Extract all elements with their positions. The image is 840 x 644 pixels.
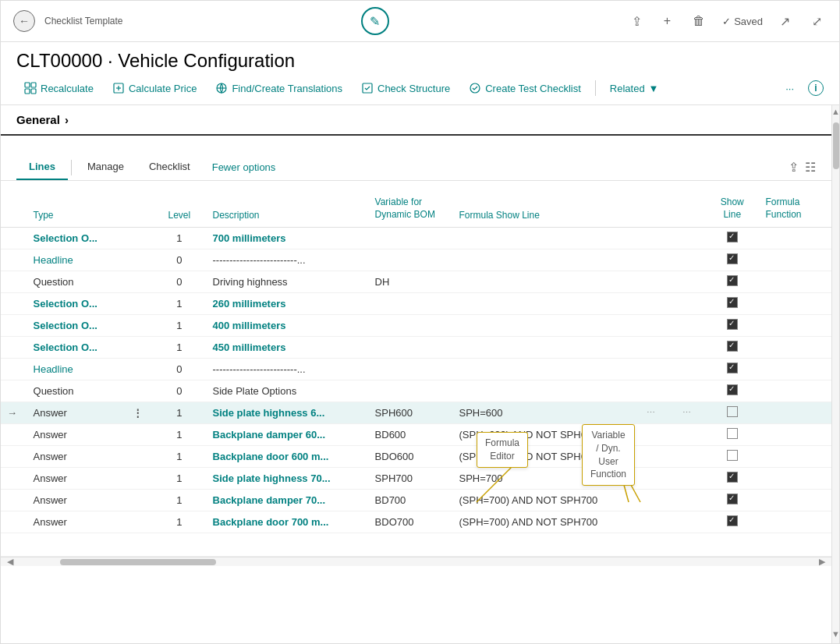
cell-dots2 [669,424,705,446]
minimize-button[interactable]: ⤢ [807,12,827,30]
cell-level: 1 [152,490,206,511]
cell-arrow: → [1,402,27,424]
cell-description: 400 millimeters [207,315,369,337]
table-row: Answer 1 Backplane door 600 m... BDO600 … [1,446,831,468]
general-section-title: General [16,113,60,126]
cell-show [705,249,759,271]
tab-checklist[interactable]: Checklist [136,154,203,180]
table-row: Answer 1 Backplane damper 60... BD600 (S… [1,424,831,446]
back-button[interactable]: ← [13,10,35,32]
page-title: CLT00000 · Vehicle Configuration [1,42,839,72]
recalculate-icon [24,82,37,94]
show-checkbox[interactable] [727,406,738,417]
cell-ff [759,380,831,402]
cell-dots1[interactable]: ⋯ [633,402,669,424]
horizontal-scroll-thumb[interactable] [60,559,216,565]
toolbar-divider [595,80,596,96]
cell-dots2 [669,446,705,468]
cell-ff [759,511,831,533]
header-row: Type Level Description Variable forDynam… [1,190,831,228]
calculate-price-button[interactable]: Calculate Price [105,78,204,98]
show-checkbox[interactable] [727,472,738,483]
fewer-options-button[interactable]: Fewer options [203,155,285,179]
cell-ff [759,315,831,337]
related-label: Related [610,83,645,94]
svg-rect-9 [363,83,372,93]
th-type: Type [27,190,126,228]
scroll-left-arrow[interactable]: ◀ [7,557,13,567]
layout-icon-button[interactable]: ☷ [805,160,816,175]
cell-ff [759,490,831,511]
cell-level: 1 [152,402,206,424]
scroll-up-arrow[interactable]: ▲ [831,107,839,116]
cell-ff [759,293,831,315]
toolbar: Recalculate Calculate Price Find/Create … [1,72,839,105]
empty-row-cell [1,533,831,557]
show-checkbox[interactable] [727,363,738,373]
show-checkbox[interactable] [727,319,738,330]
tab-lines[interactable]: Lines [16,154,68,180]
show-checkbox[interactable] [727,341,738,352]
create-test-checklist-label: Create Test Checklist [485,83,581,94]
cell-ff [759,468,831,490]
cell-level: 1 [152,337,206,359]
check-structure-label: Check Structure [377,83,450,94]
show-checkbox[interactable] [727,384,738,395]
show-checkbox[interactable] [727,515,738,526]
cell-var [369,359,453,380]
cell-dots2 [669,315,705,337]
show-checkbox[interactable] [727,275,738,286]
show-checkbox[interactable] [727,450,738,461]
find-create-translations-button[interactable]: Find/Create Translations [207,78,350,98]
add-button[interactable]: + [659,12,675,30]
check-structure-button[interactable]: Check Structure [353,78,458,98]
th-ff-dots2 [669,190,705,228]
show-checkbox[interactable] [727,428,738,439]
th-dots [126,190,153,228]
show-checkbox[interactable] [727,494,738,504]
cell-dots1 [633,424,669,446]
cell-dots [126,468,153,490]
edit-button[interactable]: ✎ [361,7,389,35]
table-row: Selection O... 1 260 millimeters [1,293,831,315]
show-checkbox[interactable] [727,253,738,264]
cell-arrow [1,337,27,359]
content-area: General › Lines Manage Checklist Fewer o… [1,105,831,643]
vertical-scrollbar[interactable]: ▲ ▼ [831,105,839,643]
cell-formula: (SPH=600) AND NOT SPH600 [452,446,633,468]
cell-arrow [1,511,27,533]
cell-dots1 [633,228,669,249]
cell-level: 0 [152,271,206,293]
more-options-button[interactable]: ··· [778,79,802,98]
cell-description: Backplane door 600 m... [207,446,369,468]
cell-type: Answer [27,490,126,511]
export-icon-button[interactable]: ⇪ [789,160,799,175]
more-options-label: ··· [785,83,794,94]
general-section[interactable]: General › [1,105,831,136]
svg-rect-1 [31,83,36,87]
cell-var [369,315,453,337]
cell-dots[interactable]: ⋮ [126,402,153,424]
scroll-down-arrow[interactable]: ▼ [831,629,839,639]
vertical-scroll-thumb[interactable] [833,122,839,169]
related-button[interactable]: Related ▼ [602,79,667,98]
cell-dots2[interactable]: ⋯ [669,402,705,424]
info-button[interactable]: i [808,80,824,96]
scroll-right-arrow[interactable]: ▶ [819,557,825,567]
open-external-button[interactable]: ↗ [775,12,795,30]
cell-arrow [1,490,27,511]
cell-show [705,271,759,293]
horizontal-scrollbar[interactable]: ◀ ▶ [1,557,831,566]
delete-button[interactable]: 🗑 [688,12,710,30]
share-button[interactable]: ⇪ [627,12,647,30]
table-row-selected: → Answer ⋮ 1 Side plate highness 6... SP… [1,402,831,424]
tab-manage[interactable]: Manage [75,154,136,180]
show-checkbox[interactable] [727,232,738,242]
show-checkbox[interactable] [727,297,738,308]
cell-type: Answer [27,402,126,424]
cell-show [705,228,759,249]
create-test-checklist-button[interactable]: Create Test Checklist [461,78,589,98]
recalculate-button[interactable]: Recalculate [16,78,101,98]
svg-rect-0 [25,83,30,87]
cell-formula: SPH=600 [452,402,633,424]
